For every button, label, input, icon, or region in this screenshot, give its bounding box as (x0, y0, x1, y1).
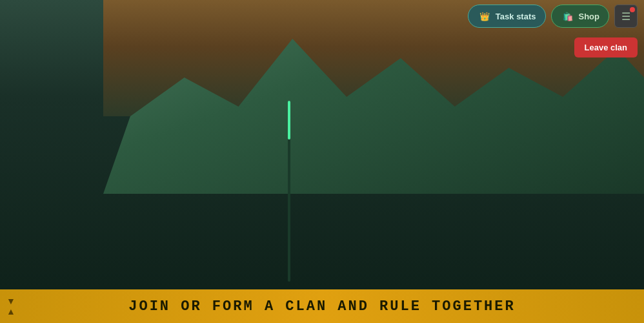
shop-button[interactable]: 🛍️ Shop (551, 5, 610, 28)
menu-button[interactable]: ☰ (614, 5, 638, 28)
task-stats-button[interactable]: 👑 Task stats (468, 5, 546, 28)
crown-icon: 👑 (478, 9, 492, 23)
notification-dot (630, 7, 635, 12)
banner-text: JOIN OR FORM A CLAN AND RULE TOGETHER (128, 298, 515, 315)
scroll-track (288, 101, 290, 282)
bottom-banner: ▼ ▲ JOIN OR FORM A CLAN AND RULE TOGETHE… (0, 289, 644, 323)
banner-arrow-up[interactable]: ▲ (6, 307, 15, 316)
banner-arrows: ▼ ▲ (6, 297, 15, 316)
top-bar: 👑 Task stats 🛍️ Shop ☰ (0, 0, 644, 32)
scroll-thumb (288, 101, 290, 140)
banner-arrow-down[interactable]: ▼ (6, 297, 15, 306)
bag-icon: 🛍️ (561, 9, 575, 23)
leave-clan-button[interactable]: Leave clan (574, 37, 638, 57)
